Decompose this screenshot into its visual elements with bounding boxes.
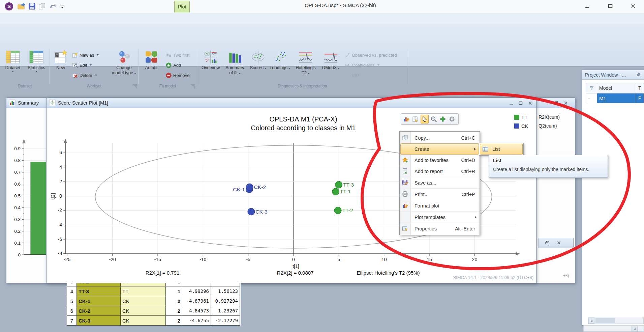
submenu-item-list[interactable]: List bbox=[480, 144, 523, 155]
filter-column-header[interactable] bbox=[586, 83, 597, 93]
class-cell[interactable]: TT bbox=[121, 283, 166, 286]
loadings-button[interactable]: Loadings bbox=[269, 49, 291, 82]
edit-workset-button[interactable]: Edit bbox=[72, 61, 92, 69]
add-component-button[interactable]: Add bbox=[166, 61, 181, 69]
menu-item-plot-templates[interactable]: Plot templates bbox=[400, 211, 480, 223]
row-number-cell[interactable]: 3 bbox=[67, 283, 77, 286]
close-icon[interactable] bbox=[526, 100, 534, 106]
copy-icon[interactable] bbox=[38, 2, 47, 10]
obs-id-cell[interactable]: CK-2 bbox=[77, 306, 121, 316]
qat-customize-icon[interactable] bbox=[59, 2, 65, 10]
menu-item-create[interactable]: Create bbox=[400, 143, 479, 155]
new-as-button[interactable]: New as bbox=[72, 51, 99, 59]
legend-entry-q2[interactable]: Q2(cum) bbox=[539, 121, 572, 130]
menu-item-properties[interactable]: Properties Alt+Enter bbox=[400, 223, 480, 234]
format-plot-icon[interactable] bbox=[411, 115, 420, 123]
class-num-cell[interactable]: 1 bbox=[166, 286, 182, 296]
row-number-cell[interactable]: 4 bbox=[67, 286, 77, 296]
table-row[interactable]: 6 CK-2 CK 2 -4.84573 1.23267 bbox=[67, 306, 241, 316]
pin-icon[interactable] bbox=[636, 72, 641, 77]
statistics-button[interactable]: Statistics bbox=[25, 49, 48, 82]
t2-value-cell[interactable]: 1.23267 bbox=[211, 306, 240, 316]
row-number-cell[interactable]: 5 bbox=[67, 296, 77, 306]
type-column-header[interactable]: T bbox=[636, 83, 644, 93]
class-num-cell[interactable]: 1 bbox=[166, 283, 182, 286]
class-cell[interactable]: TT bbox=[121, 286, 166, 296]
contextual-tab-plot[interactable]: Plot bbox=[174, 1, 190, 12]
dataset-button[interactable]: Dataset bbox=[2, 49, 24, 82]
class-cell[interactable]: CK bbox=[121, 306, 166, 316]
delete-workset-button[interactable]: Delete bbox=[72, 71, 97, 79]
tree-expand-cell[interactable]: ┈ bbox=[586, 93, 597, 103]
menu-item-copy[interactable]: Copy... Ctrl+C bbox=[400, 132, 480, 143]
maximize-icon[interactable] bbox=[605, 2, 616, 10]
class-cell[interactable]: CK bbox=[121, 316, 166, 326]
table-row[interactable]: 4 TT-3 TT 1 4.99296 1.56123 bbox=[67, 286, 241, 296]
class-num-cell[interactable]: 2 bbox=[166, 316, 182, 326]
obs-id-cell[interactable]: CK-1 bbox=[77, 296, 121, 306]
hotellings-t2-button[interactable]: Hotelling'sT2 bbox=[292, 49, 319, 82]
menu-item-save-as[interactable]: Save as... bbox=[400, 177, 480, 188]
minimize-icon[interactable] bbox=[508, 100, 515, 106]
add-plot-icon[interactable] bbox=[439, 115, 447, 123]
summary-of-fit-button[interactable]: Summaryof fit bbox=[222, 49, 247, 82]
change-model-type-button[interactable]: Changemodel type bbox=[111, 49, 137, 82]
data-point-CK-2[interactable] bbox=[246, 184, 253, 191]
t1-value-cell[interactable]: -4.84573 bbox=[182, 306, 211, 316]
t2-value-cell[interactable]: -2.17279 bbox=[211, 316, 240, 326]
edit-plot-icon[interactable] bbox=[402, 115, 410, 123]
t2-value-cell[interactable] bbox=[211, 283, 240, 286]
t1-value-cell[interactable]: 4.99296 bbox=[182, 286, 211, 296]
scrollbar-thumb[interactable] bbox=[595, 318, 615, 323]
dmodx-button[interactable]: DModX bbox=[320, 49, 342, 82]
settings-gear-icon[interactable] bbox=[448, 115, 456, 123]
overview-button[interactable]: Overview bbox=[200, 49, 222, 82]
close-icon[interactable] bbox=[627, 2, 639, 10]
undo-icon[interactable] bbox=[49, 2, 57, 10]
select-cursor-icon[interactable] bbox=[421, 115, 429, 123]
model-row-m1[interactable]: M1 bbox=[597, 93, 636, 103]
t1-value-cell[interactable] bbox=[182, 283, 211, 286]
row-number-cell[interactable]: 7 bbox=[67, 316, 77, 326]
t2-value-cell[interactable]: 0.927294 bbox=[211, 296, 240, 306]
t1-value-cell[interactable]: -4.87961 bbox=[182, 296, 211, 306]
table-row[interactable]: 3 TT-2 TT 1 bbox=[67, 283, 241, 286]
bottom-hscrollbar[interactable]: ◂ bbox=[583, 325, 644, 332]
restore-icon[interactable] bbox=[544, 240, 551, 246]
open-icon[interactable] bbox=[17, 2, 26, 10]
scatter-window-titlebar[interactable]: Score Scatter Plot [M1] bbox=[47, 98, 536, 108]
legend-entry-ck[interactable]: CK bbox=[514, 121, 535, 130]
legend-entry-tt[interactable]: TT bbox=[514, 113, 535, 121]
remove-component-button[interactable]: Remove bbox=[166, 71, 189, 79]
project-hscrollbar[interactable]: ◂ bbox=[588, 317, 644, 324]
row-number-cell[interactable]: 6 bbox=[67, 306, 77, 316]
legend-entry-r2x[interactable]: R2X(cum) bbox=[539, 113, 572, 121]
minimize-icon[interactable] bbox=[582, 2, 593, 10]
zoom-icon[interactable] bbox=[430, 115, 438, 123]
t2-value-cell[interactable]: 1.56123 bbox=[211, 286, 240, 296]
restore-icon[interactable] bbox=[552, 100, 560, 106]
scores-button[interactable]: Scores bbox=[248, 49, 268, 82]
scroll-left-icon[interactable]: ◂ bbox=[588, 317, 594, 324]
menu-item-format-plot[interactable]: Format plot bbox=[400, 200, 480, 211]
obs-id-cell[interactable]: TT-3 bbox=[77, 286, 121, 296]
menu-item-add-to-report[interactable]: Add to report Ctrl+R bbox=[400, 166, 480, 177]
scroll-left-icon[interactable]: ◂ bbox=[632, 326, 638, 332]
data-point-TT-1[interactable] bbox=[332, 188, 339, 195]
t1-value-cell[interactable]: -4.6755 bbox=[182, 316, 211, 326]
close-icon[interactable] bbox=[562, 100, 569, 106]
data-point-TT-3[interactable] bbox=[335, 181, 342, 188]
obs-id-cell[interactable]: TT-2 bbox=[77, 283, 121, 286]
data-point-CK-3[interactable] bbox=[248, 208, 255, 215]
maximize-icon[interactable] bbox=[517, 100, 524, 106]
model-row-m1-type[interactable]: P bbox=[636, 93, 644, 103]
obs-id-cell[interactable]: CK-3 bbox=[77, 316, 121, 326]
save-icon[interactable] bbox=[28, 2, 36, 10]
table-row[interactable]: 5 CK-1 CK 2 -4.87961 0.927294 bbox=[67, 296, 241, 306]
class-cell[interactable]: CK bbox=[121, 296, 166, 306]
menu-item-add-to-favorites[interactable]: Add to favorites Ctrl+D bbox=[400, 155, 480, 166]
class-num-cell[interactable]: 2 bbox=[166, 296, 182, 306]
class-num-cell[interactable]: 2 bbox=[166, 306, 182, 316]
data-point-TT-2[interactable] bbox=[334, 207, 341, 214]
autofit-button[interactable]: Autofit bbox=[141, 49, 162, 82]
